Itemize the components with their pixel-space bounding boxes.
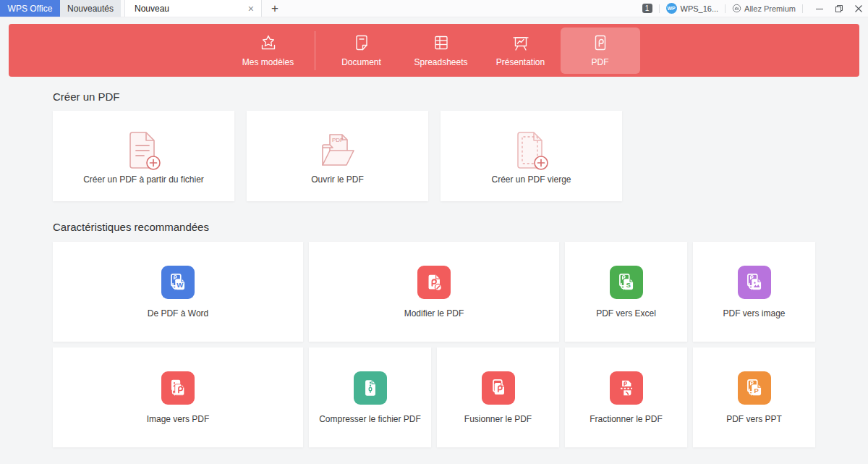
pdf-to-word-icon: W [161,266,195,299]
banner-item-spreadsheets[interactable]: Spreadsheets [401,28,481,74]
minimize-button[interactable] [809,0,829,17]
restore-icon [835,5,843,12]
card-label: Compresser le fichier PDF [319,414,421,424]
minimize-icon [816,5,823,12]
close-icon [855,5,862,12]
banner-item-label: Mes modèles [242,57,294,67]
document-icon [352,33,371,52]
card-label: Image vers PDF [147,414,210,424]
banner-divider [315,31,315,70]
card-split-pdf[interactable]: Fractionner le PDF [565,347,687,447]
section-title-caracteristiques: Caractéristiques recommandées [53,221,815,233]
wps-office-window: WPS Office Nouveautés Nouveau × + 1 WP W… [0,0,868,447]
svg-text:W: W [176,281,184,289]
premium-badge-icon [732,4,741,13]
premium-button[interactable]: Allez Premium [732,0,796,17]
card-label: PDF vers Excel [596,308,656,319]
card-label: PDF vers image [723,308,785,319]
pdf-to-excel-icon: S [610,266,643,299]
tab-nouveautes[interactable]: Nouveautés [60,0,121,17]
titlebar: WPS Office Nouveautés Nouveau × + 1 WP W… [0,0,868,17]
card-merge-pdf[interactable]: Fusionner le PDF [437,347,559,447]
card-label: Ouvrir le PDF [311,174,364,185]
banner-item-label: PDF [592,57,609,67]
divider [725,4,726,13]
notification-badge[interactable]: 1 [642,4,652,13]
templates-star-icon [259,33,278,52]
image-to-pdf-icon [161,371,195,405]
banner-item-label: Document [341,57,381,67]
restore-button[interactable] [829,0,848,17]
edit-pdf-icon [417,266,451,299]
card-label: Modifier le PDF [404,308,464,319]
split-pdf-icon [610,371,643,405]
card-create-pdf-from-file[interactable]: Créer un PDF à partir du fichier [53,111,234,201]
open-pdf-icon: PDF [310,127,365,172]
close-tab-icon[interactable]: × [248,4,254,14]
banner-item-pdf[interactable]: PDF [561,28,640,74]
pdf-to-image-icon [738,266,771,299]
avatar[interactable]: WP [666,3,677,14]
banner-item-document[interactable]: Document [322,28,401,74]
card-pdf-to-ppt[interactable]: P PDF vers PPT [693,347,815,447]
card-label: Fusionner le PDF [464,414,532,424]
card-label: PDF vers PPT [726,414,782,424]
card-label: Créer un PDF vierge [491,174,571,185]
recommended-features-grid: W De PDF à Word Modifier le PDF [53,242,815,447]
card-pdf-to-image[interactable]: PDF vers image [693,242,815,342]
wps-office-home-button[interactable]: WPS Office [0,0,60,17]
card-label: Fractionner le PDF [590,414,663,424]
tab-label: Nouveautés [67,4,114,14]
card-label: Créer un PDF à partir du fichier [83,174,204,185]
pdf-icon [591,33,610,52]
card-pdf-to-excel[interactable]: S PDF vers Excel [565,242,687,342]
close-window-button[interactable] [848,0,868,17]
pdf-to-ppt-icon: P [738,371,771,405]
banner-item-label: Spreadsheets [414,57,467,67]
create-pdf-cards: Créer un PDF à partir du fichier PDF Ouv… [53,111,815,201]
banner-item-mes-modeles[interactable]: Mes modèles [229,28,308,74]
premium-label: Allez Premium [744,4,796,13]
new-tab-button[interactable]: + [262,0,288,17]
card-compress-pdf[interactable]: Compresser le fichier PDF [309,347,431,447]
presentation-icon [511,33,530,52]
tab-nouveau[interactable]: Nouveau × [124,0,262,17]
merge-pdf-icon [482,371,515,405]
card-edit-pdf[interactable]: Modifier le PDF [309,242,559,342]
tab-label: Nouveau [135,4,169,14]
card-create-blank-pdf[interactable]: Créer un PDF vierge [441,111,622,201]
divider [659,4,660,13]
new-document-type-banner: Mes modèles Document Spreadsheets [9,24,859,77]
account-name[interactable]: WPS_16... [681,4,719,13]
folder-doc-text: PDF [332,137,344,143]
banner-item-presentation[interactable]: Présentation [481,28,561,74]
card-pdf-to-word[interactable]: W De PDF à Word [53,242,303,342]
section-title-creer-un-pdf: Créer un PDF [53,90,815,103]
titlebar-drag-area [288,0,642,17]
create-blank-pdf-icon [504,127,559,172]
banner-item-label: Présentation [496,57,545,67]
card-open-pdf[interactable]: PDF Ouvrir le PDF [247,111,428,201]
svg-text:S: S [626,281,631,289]
new-pdf-page: Créer un PDF Créer un PDF à partir du fi… [0,90,868,447]
svg-text:P: P [754,387,759,395]
compress-pdf-icon [354,371,387,405]
card-label: De PDF à Word [148,308,208,319]
card-image-to-pdf[interactable]: Image vers PDF [53,347,303,447]
divider [802,4,803,13]
create-pdf-from-file-icon [116,127,171,172]
spreadsheet-icon [432,33,451,52]
